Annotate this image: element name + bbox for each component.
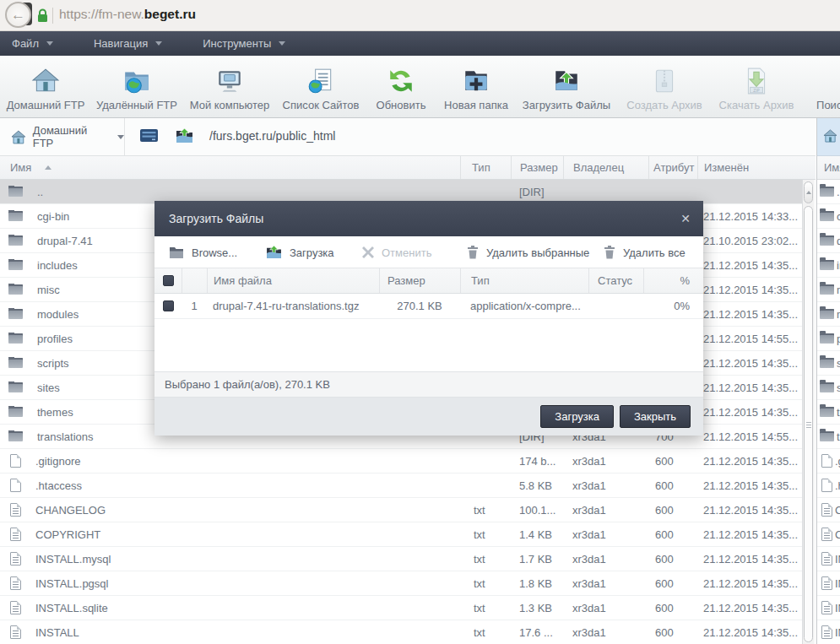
column-header-size[interactable]: Размер [511, 156, 563, 179]
file-name: COPYRIGHT [835, 528, 840, 541]
dialog-title: Загрузить Файлы [169, 212, 680, 225]
table-row[interactable]: .gitignore 174 b... xr3da1 600 21.12.201… [0, 449, 802, 474]
dialog-table-header: Имя файла Размер Тип Статус % [154, 268, 703, 294]
table-row[interactable]: misc [817, 278, 840, 302]
toolbar-button-my-computer[interactable]: Мой компьютер [182, 56, 277, 117]
current-path[interactable]: /furs.bget.ru/public_html [209, 129, 335, 143]
file-name: drupal-7.41 [37, 235, 93, 247]
row-checkbox-cell[interactable] [154, 294, 182, 318]
table-row[interactable]: INSTALL.sqlite txt 1.3 KB xr3da1 600 21.… [0, 596, 802, 620]
column-header-status[interactable]: Статус [588, 268, 643, 293]
table-row[interactable]: modules [817, 302, 840, 327]
column-label: Имя файла [214, 274, 272, 287]
scroll-up-button[interactable] [804, 181, 813, 203]
file-type-icon [821, 454, 832, 468]
scrollbar-thumb[interactable] [804, 206, 813, 642]
table-row[interactable]: INSTALL.pgsql txt 1.8 KB xr3da1 600 21.1… [0, 571, 802, 596]
table-row[interactable]: sites [817, 376, 840, 400]
table-row[interactable]: includes [817, 253, 840, 278]
table-row[interactable]: themes [817, 400, 840, 425]
menu-file[interactable]: Файл [3, 31, 62, 56]
delete-selected-button[interactable]: Удалить выбранные [467, 236, 589, 268]
toolbar-button-new-folder[interactable]: Новая папка [437, 56, 515, 117]
menubar: Файл Навигация Инструменты [0, 31, 840, 56]
parent-folder-icon[interactable] [176, 128, 193, 146]
size-cell: 1.3 KB [511, 602, 563, 614]
name-cell: .gitignore [0, 454, 460, 468]
size-cell: 17.6 ... [511, 626, 563, 639]
folder-icon [169, 246, 184, 259]
table-row[interactable]: CHANGELOG [817, 498, 840, 522]
file-type-icon [821, 528, 832, 541]
browser-bar: ← https://fm-new.beget.ru [0, 0, 840, 31]
toolbar-button-remote-ftp[interactable]: Удалённый FTP [91, 56, 182, 117]
back-button[interactable]: ← [5, 2, 31, 28]
checkbox-checked[interactable] [163, 300, 174, 311]
column-header-owner[interactable]: Владелец [563, 156, 648, 179]
table-row[interactable]: cgi-bin [817, 204, 840, 229]
table-row[interactable]: CHANGELOG txt 100.1... xr3da1 600 21.12.… [0, 498, 802, 522]
name-cell: INSTALL.pgsql [0, 576, 460, 590]
table-row[interactable]: INSTALL [817, 620, 840, 644]
table-row[interactable]: scripts [817, 351, 840, 376]
toolbar-button-file-search[interactable]: Поиск Файлов [802, 56, 840, 117]
table-row[interactable]: .. [817, 180, 840, 204]
checkbox-checked[interactable] [163, 275, 174, 286]
toolbar-label: Мой компьютер [190, 99, 270, 111]
column-header-attr[interactable]: Атрибут [648, 156, 697, 179]
column-header-name[interactable]: Имя [0, 156, 460, 179]
column-header-modified[interactable]: Изменён [697, 156, 816, 179]
file-name: INSTALL [835, 626, 840, 639]
close-icon[interactable]: ✕ [680, 212, 691, 225]
upload-confirm-button[interactable]: Загрузка [540, 405, 614, 428]
size-cell: 174 b... [511, 455, 563, 468]
dialog-status-bar: Выбрано 1 файл(а/ов), 270.1 KB [154, 371, 703, 398]
table-row[interactable]: INSTALL.mysql txt 1.7 KB xr3da1 600 21.1… [0, 547, 802, 571]
file-name: CHANGELOG [35, 504, 106, 517]
column-header-filename[interactable]: Имя файла [207, 268, 379, 293]
right-panel-pathbar[interactable] [817, 118, 840, 156]
url-bar[interactable]: https://fm-new.beget.ru [59, 7, 196, 22]
table-row[interactable]: .htaccess [817, 474, 840, 498]
toolbar-button-refresh[interactable]: Обновить [365, 56, 437, 117]
table-row[interactable]: INSTALL.pgsql [817, 571, 840, 596]
table-row[interactable]: INSTALL.sqlite [817, 596, 840, 620]
column-header-type[interactable]: Тип [460, 268, 588, 293]
upload-file-row[interactable]: 1 drupal-7.41-ru-translations.tgz 270.1 … [154, 294, 703, 319]
table-row[interactable]: translations [817, 425, 840, 449]
table-row[interactable]: drupal-7.41 [817, 229, 840, 253]
dialog-footer: Загрузка Закрыть [154, 398, 703, 436]
toolbar-button-site-list[interactable]: Список Сайтов [277, 56, 365, 117]
table-row[interactable]: .gitignore [817, 449, 840, 474]
table-row[interactable]: INSTALL txt 17.6 ... xr3da1 600 21.12.20… [0, 620, 802, 644]
vertical-scrollbar[interactable] [802, 180, 814, 644]
right-panel-column-header-name[interactable]: Имя [817, 156, 840, 180]
drive-icon[interactable] [140, 129, 158, 144]
close-dialog-button[interactable]: Закрыть [620, 405, 691, 428]
column-header-size[interactable]: Размер [379, 268, 460, 293]
browse-button[interactable]: Browse... [169, 236, 237, 268]
column-header-percent[interactable]: % [643, 268, 703, 293]
file-type-icon [8, 382, 23, 392]
name-cell: INSTALL.mysql [0, 552, 460, 566]
menu-navigation[interactable]: Навигация [85, 31, 171, 56]
upload-label: Загрузка [290, 246, 334, 259]
upload-button[interactable]: Загрузка [266, 236, 334, 268]
cancel-button: Отменить [362, 236, 431, 268]
home-icon [11, 130, 26, 144]
column-header-type[interactable]: Тип [460, 156, 511, 179]
menu-tools[interactable]: Инструменты [194, 31, 294, 56]
table-row[interactable]: .htaccess 5.8 KB xr3da1 600 21.12.2015 1… [0, 474, 802, 498]
modified-cell: 21.12.2015 14:55... [697, 430, 802, 443]
table-row[interactable]: INSTALL.mysql [817, 547, 840, 571]
table-row[interactable]: COPYRIGHT txt 1.4 KB xr3da1 600 21.12.20… [0, 522, 802, 547]
select-all-checkbox-cell[interactable] [154, 268, 182, 293]
table-row[interactable]: COPYRIGHT [817, 522, 840, 547]
toolbar-button-home-ftp[interactable]: Домашний FTP [0, 56, 91, 117]
toolbar-button-upload-files[interactable]: Загрузить Файлы [515, 56, 618, 117]
file-name: .gitignore [35, 455, 80, 468]
delete-all-button[interactable]: Удалить все [604, 236, 686, 268]
source-dropdown[interactable]: Домашний FTP [0, 118, 125, 155]
file-type-icon [821, 625, 832, 639]
table-row[interactable]: profiles [817, 327, 840, 351]
